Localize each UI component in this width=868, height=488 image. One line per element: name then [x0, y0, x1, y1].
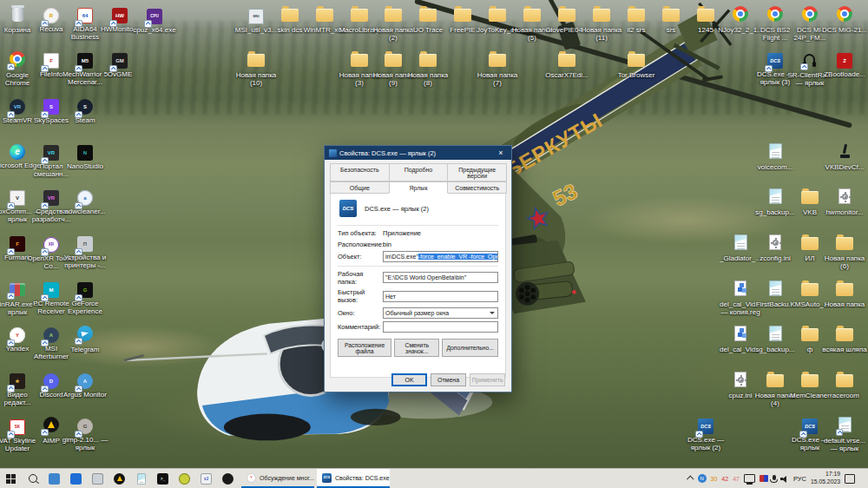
- tray-volume-icon[interactable]: [780, 475, 789, 483]
- desktop-icon-label: Новая папка (8): [404, 71, 452, 88]
- desktop-icon[interactable]: OscarX7Edi...: [542, 50, 591, 79]
- target-selected-text: -force_enable_VR -force_OpenXR: [418, 254, 498, 260]
- taskbar-pinned-joystick-tool[interactable]: [217, 469, 239, 488]
- desktop-icon[interactable]: DCSDCS.exe — ярлык (2): [681, 416, 730, 452]
- desktop-icon[interactable]: default.vrse... — ярлык: [820, 416, 868, 453]
- shortcut-badge: [76, 432, 82, 438]
- tray-nano-icon[interactable]: N: [698, 474, 707, 483]
- desktop-icon[interactable]: aadwcleaner...: [61, 188, 109, 215]
- note-icon: [769, 188, 782, 204]
- desktop-icon[interactable]: AArgus Monitor: [61, 371, 109, 399]
- folder-icon: [419, 9, 437, 22]
- dialog-titlebar[interactable]: Свойства: DCS.exe — ярлык (2) ×: [325, 146, 511, 160]
- desktop-icon[interactable]: GMOvGME: [95, 50, 144, 78]
- search-button[interactable]: [22, 469, 43, 488]
- desktop-icon-label: Tor Browser: [612, 71, 661, 79]
- joystick-tool-icon: [222, 473, 233, 485]
- dialog-tabs: Безопасность Подробно Предыдущие версии …: [325, 160, 511, 194]
- tray-temp-1[interactable]: 30: [711, 476, 718, 482]
- taskbar-pinned-this-pc[interactable]: [87, 469, 108, 488]
- shortcut-badge: [76, 339, 82, 345]
- desktop-icon[interactable]: NNanoStudio: [61, 142, 109, 170]
- tab-previous-versions[interactable]: Предыдущие версии: [447, 163, 507, 181]
- desktop-icon-label: voicecom...: [751, 163, 799, 171]
- desktop-icon-label: cpuz_x64.exe: [130, 26, 179, 34]
- desktop-icon[interactable]: VKBDevCf...: [820, 142, 868, 171]
- language-indicator[interactable]: РУС: [793, 475, 806, 483]
- clock[interactable]: 17:19 15.05.2023: [811, 471, 840, 486]
- taskbar-pinned-cpu-meter[interactable]: [174, 469, 195, 488]
- desktop-icon[interactable]: CPUcpuz_x64.exe: [130, 5, 179, 34]
- desktop-icon[interactable]: raceroom: [820, 371, 868, 399]
- folder-icon: [628, 9, 645, 22]
- dialog-title: Свойства: DCS.exe — ярлык (2): [339, 149, 436, 157]
- chrome-icon: [837, 6, 852, 22]
- desktop-icon[interactable]: Новая папка (6): [820, 234, 868, 271]
- taskbar-window-label: Свойства: DCS.exe ...: [335, 475, 390, 481]
- tray-temp-2[interactable]: 42: [721, 476, 728, 482]
- desktop-icon[interactable]: ПУстройства и принтеры -...: [61, 234, 109, 270]
- tab-security[interactable]: Безопасность: [330, 163, 390, 181]
- note-icon: [734, 234, 747, 250]
- cancel-button[interactable]: Отмена: [431, 373, 466, 386]
- apply-button: Применить: [470, 373, 505, 386]
- hotkey-input[interactable]: Нет: [383, 291, 498, 302]
- desktop-icon[interactable]: Новая папка (8): [404, 50, 452, 88]
- taskbar-pinned-notepad[interactable]: [130, 469, 152, 488]
- comment-input[interactable]: [383, 321, 498, 333]
- desktop-icon[interactable]: Новая папка: [820, 280, 868, 308]
- start-button[interactable]: [0, 469, 22, 488]
- change-icon-button[interactable]: Сменить значок...: [394, 339, 439, 357]
- folder-icon: [662, 9, 680, 22]
- desktop-icon[interactable]: Новая папка (7): [473, 50, 522, 88]
- reg-icon: [734, 280, 746, 296]
- tray-microphone-icon[interactable]: [773, 475, 776, 480]
- tab-shortcut[interactable]: Ярлык: [389, 181, 449, 194]
- notification-center-icon[interactable]: [845, 474, 855, 484]
- shortcut-name: DCS.exe — ярлык (2): [365, 205, 429, 213]
- tab-compatibility[interactable]: Совместимость: [447, 181, 507, 194]
- desktop-icon[interactable]: всякая шляпа: [820, 325, 868, 353]
- desktop-icon[interactable]: GGeForce Experience: [61, 280, 109, 316]
- tab-general[interactable]: Общие: [330, 181, 390, 194]
- desktop-icon[interactable]: Telegram: [61, 325, 109, 353]
- ok-button[interactable]: OK: [391, 373, 427, 386]
- tray-temp-3[interactable]: 47: [733, 476, 740, 482]
- close-icon[interactable]: ×: [495, 147, 507, 159]
- tray-gpu-icon[interactable]: [760, 475, 768, 482]
- taskbar: >_vJ YОбсуждение мног...DCSСвойства: DCS…: [0, 468, 868, 488]
- taskbar-window-dcs[interactable]: DCSСвойства: DCS.exe ...: [317, 469, 390, 488]
- advanced-button[interactable]: Дополнительно...: [442, 339, 498, 357]
- shortcut-badge: [76, 112, 82, 118]
- open-file-location-button[interactable]: Расположение файла: [338, 339, 391, 357]
- folder-icon: [836, 283, 853, 296]
- desktop-icon[interactable]: Новая папка (10): [232, 50, 280, 88]
- taskbar-pinned-cmd[interactable]: >_: [152, 469, 174, 488]
- shortcut-badge: [8, 112, 14, 118]
- shortcut-badge: [8, 432, 14, 438]
- target-input[interactable]: in\DCS.exe" -force_enable_VR -force_Open…: [383, 251, 498, 262]
- tray-expand-icon[interactable]: [687, 475, 694, 482]
- taskbar-window-yandex[interactable]: YОбсуждение мног...: [241, 469, 314, 488]
- taskbar-pinned-vjoy[interactable]: vJ: [195, 469, 217, 488]
- shortcut-badge: [42, 21, 48, 27]
- folder-icon: [489, 54, 506, 67]
- taskbar-pinned-remote-app[interactable]: [43, 469, 65, 488]
- taskbar-pinned-photos-app[interactable]: [65, 469, 87, 488]
- desktop-icon[interactable]: Ggimp-2.10... — ярлык: [61, 416, 109, 452]
- tab-details[interactable]: Подробно: [389, 163, 449, 181]
- desktop-icon[interactable]: voicecom...: [751, 142, 799, 171]
- vjoy-icon: vJ: [201, 473, 212, 485]
- desktop-icon[interactable]: Tor Browser: [612, 50, 661, 79]
- taskbar-pinned-aimp[interactable]: [108, 469, 130, 488]
- desktop-icon[interactable]: hwmonitor...: [820, 188, 868, 216]
- shortcut-badge: [145, 21, 151, 27]
- desktop-icon-label: OscarX7Edi...: [542, 71, 591, 79]
- shortcut-badge: [8, 386, 14, 392]
- tray-display-icon[interactable]: [744, 474, 755, 483]
- window-mode-select[interactable]: Обычный размер окна: [383, 307, 498, 319]
- desktop-icon[interactable]: ZZBootloade...: [820, 50, 868, 78]
- desktop-icon[interactable]: SSteam: [61, 96, 109, 124]
- desktop-icon[interactable]: DCS MiG-21...: [820, 5, 868, 34]
- workdir-input[interactable]: "E:\DCS World OpenBeta\bin": [383, 272, 498, 283]
